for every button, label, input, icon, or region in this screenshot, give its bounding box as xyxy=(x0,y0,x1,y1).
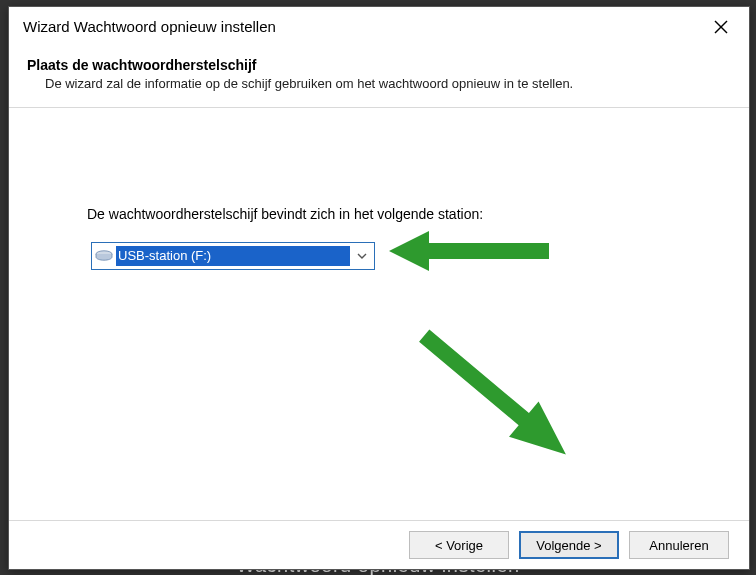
drive-select[interactable]: USB-station (F:) xyxy=(91,242,375,270)
chevron-down-icon xyxy=(350,253,374,259)
header-heading: Plaats de wachtwoordherstelschijf xyxy=(27,57,731,73)
svg-marker-4 xyxy=(409,318,579,472)
wizard-header: Plaats de wachtwoordherstelschijf De wiz… xyxy=(9,47,749,107)
wizard-footer: < Vorige Volgende > Annuleren xyxy=(9,520,749,569)
drive-prompt-label: De wachtwoordherstelschijf bevindt zich … xyxy=(87,206,483,222)
header-subtext: De wizard zal de informatie op de schijf… xyxy=(45,75,731,93)
svg-marker-3 xyxy=(389,231,549,271)
titlebar: Wizard Wachtwoord opnieuw instellen xyxy=(9,7,749,47)
drive-icon xyxy=(94,246,114,266)
annotation-arrow-to-next xyxy=(389,298,579,508)
wizard-content: De wachtwoordherstelschijf bevindt zich … xyxy=(9,108,749,488)
next-button[interactable]: Volgende > xyxy=(519,531,619,559)
close-button[interactable] xyxy=(701,7,741,47)
annotation-arrow-to-combo xyxy=(389,226,559,276)
close-icon xyxy=(714,20,728,34)
cancel-button[interactable]: Annuleren xyxy=(629,531,729,559)
back-button[interactable]: < Vorige xyxy=(409,531,509,559)
drive-select-value: USB-station (F:) xyxy=(116,246,350,266)
window-title: Wizard Wachtwoord opnieuw instellen xyxy=(23,7,276,47)
wizard-window: Wizard Wachtwoord opnieuw instellen Plaa… xyxy=(8,6,750,570)
